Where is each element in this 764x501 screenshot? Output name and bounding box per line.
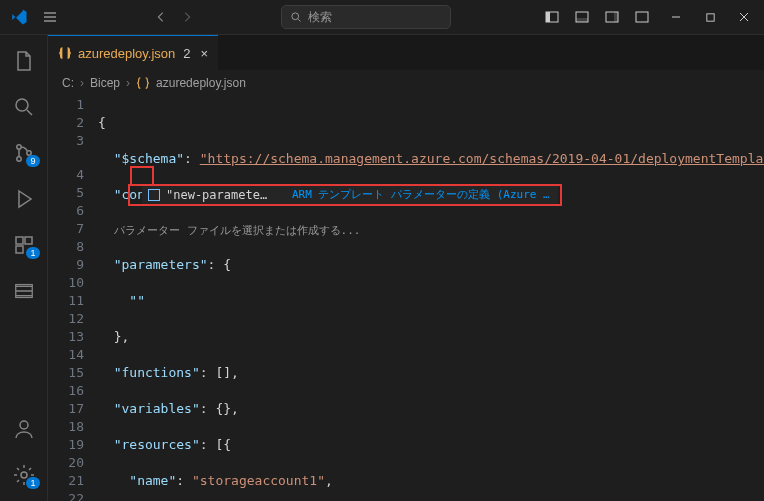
crumb-folder: Bicep	[90, 76, 120, 90]
code-content[interactable]: { "$schema": "https://schema.management.…	[98, 96, 764, 501]
svg-rect-8	[706, 13, 713, 20]
layout-customize-icon[interactable]	[628, 3, 656, 31]
activity-explorer-icon[interactable]	[0, 41, 48, 81]
snippet-icon	[148, 189, 160, 201]
tab-filename: azuredeploy.json	[78, 46, 175, 61]
breadcrumb[interactable]: C: › Bicep › azuredeploy.json	[48, 70, 764, 96]
activity-account-icon[interactable]	[0, 409, 48, 449]
search-icon	[290, 11, 302, 23]
svg-rect-6	[614, 12, 618, 22]
svg-point-0	[292, 13, 299, 20]
activity-extensions-icon[interactable]: 1	[0, 225, 48, 265]
vscode-logo-icon	[10, 8, 28, 26]
activity-scm-icon[interactable]: 9	[0, 133, 48, 173]
highlight-cursor-box	[130, 166, 154, 186]
chevron-right-icon: ›	[80, 76, 84, 90]
svg-point-10	[16, 145, 20, 149]
titlebar-right	[538, 3, 764, 31]
tab-azuredeploy[interactable]: azuredeploy.json 2 ×	[48, 35, 218, 70]
chevron-right-icon: ›	[126, 76, 130, 90]
svg-rect-15	[16, 246, 23, 253]
layout-sidebar-left-icon[interactable]	[538, 3, 566, 31]
main-layout: 9 1 1 azuredeploy.json 2 × C: › Bicep	[0, 35, 764, 501]
settings-badge: 1	[26, 477, 39, 489]
tab-close-icon[interactable]: ×	[201, 46, 209, 61]
nav-back-icon[interactable]	[154, 10, 168, 24]
line-number-gutter: 1 2 3 4 5 6 7 8 9 10 11 12 13 14 15 16 1…	[48, 96, 98, 501]
window-maximize-icon[interactable]	[696, 3, 724, 31]
tab-bar: azuredeploy.json 2 ×	[48, 35, 764, 70]
nav-arrows	[154, 10, 194, 24]
svg-rect-4	[576, 18, 588, 22]
code-editor[interactable]: 1 2 3 4 5 6 7 8 9 10 11 12 13 14 15 16 1…	[48, 96, 764, 501]
tab-modified-count: 2	[183, 46, 190, 61]
svg-point-9	[16, 99, 28, 111]
svg-rect-2	[546, 12, 550, 22]
layout-sidebar-right-icon[interactable]	[598, 3, 626, 31]
crumb-file: azuredeploy.json	[156, 76, 246, 90]
svg-rect-7	[636, 12, 648, 22]
command-center[interactable]: 検索	[194, 5, 538, 29]
crumb-file-icon	[136, 76, 150, 90]
nav-forward-icon[interactable]	[180, 10, 194, 24]
window-close-icon[interactable]	[730, 3, 758, 31]
layout-panel-icon[interactable]	[568, 3, 596, 31]
hamburger-menu-icon[interactable]	[36, 5, 64, 29]
suggest-label: "new-paramete…	[166, 186, 267, 204]
svg-point-17	[20, 421, 28, 429]
search-placeholder: 検索	[308, 9, 332, 26]
tab-json-icon	[58, 46, 72, 60]
titlebar-left	[0, 5, 64, 29]
window-minimize-icon[interactable]	[662, 3, 690, 31]
svg-rect-13	[16, 237, 23, 244]
svg-point-11	[16, 157, 20, 161]
activity-search-icon[interactable]	[0, 87, 48, 127]
suggest-description: ARM テンプレート パラメーターの定義 (Azure Resource…	[292, 186, 552, 204]
intellisense-suggest[interactable]: "new-paramete… ARM テンプレート パラメーターの定義 (Azu…	[142, 186, 558, 204]
crumb-root: C:	[62, 76, 74, 90]
activity-debug-icon[interactable]	[0, 179, 48, 219]
svg-rect-14	[25, 237, 32, 244]
activity-settings-icon[interactable]: 1	[0, 455, 48, 495]
svg-point-18	[21, 472, 27, 478]
titlebar: 検索	[0, 0, 764, 35]
codelens-param-file[interactable]: パラメーター ファイルを選択または作成する...	[98, 222, 764, 238]
activity-bar: 9 1 1	[0, 35, 48, 501]
extensions-badge: 1	[26, 247, 39, 259]
activity-azure-icon[interactable]	[0, 271, 48, 311]
scm-badge: 9	[26, 155, 39, 167]
editor-group: azuredeploy.json 2 × C: › Bicep › azured…	[48, 35, 764, 501]
